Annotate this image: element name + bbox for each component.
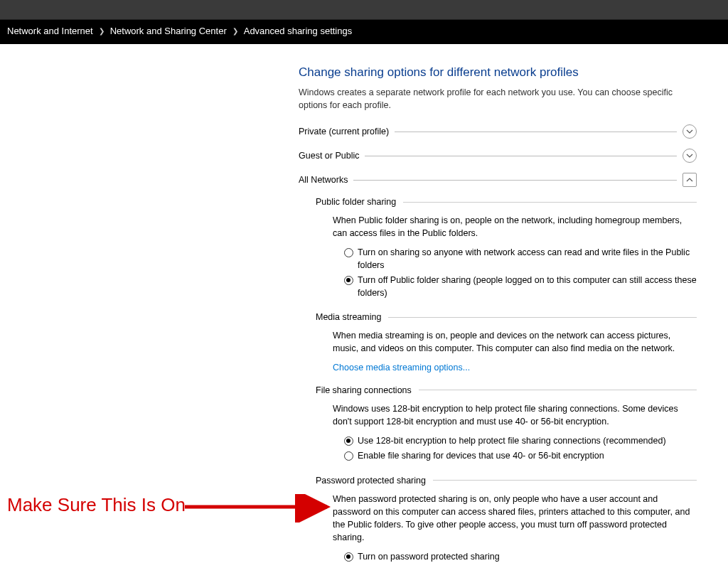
collapse-button[interactable] (682, 173, 697, 187)
option-label: Turn on sharing so anyone with network a… (358, 247, 697, 272)
encryption-128-option[interactable]: Use 128-bit encryption to help protect f… (344, 435, 697, 448)
media-streaming-header: Media streaming (316, 312, 381, 322)
divider (395, 132, 677, 132)
password-sharing-section: Password protected sharing When password… (316, 476, 697, 568)
divider (353, 180, 677, 181)
file-sharing-section: File sharing connections Windows uses 12… (316, 385, 697, 463)
divider (388, 317, 697, 318)
divider (419, 390, 697, 390)
divider (403, 202, 697, 203)
profile-all-label: All Networks (299, 175, 348, 185)
window-titlebar-spacer (0, 0, 728, 20)
page-intro: Windows creates a separate network profi… (299, 87, 697, 112)
page-title: Change sharing options for different net… (299, 65, 697, 80)
divider (365, 156, 677, 156)
public-folder-off-option[interactable]: Turn off Public folder sharing (people l… (344, 274, 697, 299)
option-label: Turn off Public folder sharing (people l… (358, 274, 697, 299)
password-sharing-desc: When password protected sharing is on, o… (333, 493, 697, 545)
settings-panel: Change sharing options for different net… (299, 65, 697, 568)
public-folder-section: Public folder sharing When Public folder… (316, 197, 697, 299)
encryption-40-option[interactable]: Enable file sharing for devices that use… (344, 450, 697, 463)
breadcrumb-item[interactable]: Advanced sharing settings (244, 26, 352, 36)
chevron-up-icon (686, 176, 693, 183)
media-streaming-desc: When media streaming is on, people and d… (333, 329, 697, 355)
expand-button[interactable] (682, 149, 697, 163)
password-on-option[interactable]: Turn on password protected sharing (344, 551, 697, 564)
radio-icon[interactable] (344, 552, 353, 562)
profile-guest-row[interactable]: Guest or Public (299, 149, 697, 163)
breadcrumb: Network and Internet ❯ Network and Shari… (0, 20, 728, 42)
password-sharing-header: Password protected sharing (316, 476, 426, 486)
radio-icon[interactable] (344, 436, 353, 446)
chevron-right-icon: ❯ (99, 27, 105, 35)
profile-guest-label: Guest or Public (299, 151, 359, 161)
content-area: Change sharing options for different net… (0, 44, 728, 568)
media-streaming-link[interactable]: Choose media streaming options... (333, 363, 697, 373)
divider (433, 480, 697, 481)
public-folder-header: Public folder sharing (316, 197, 396, 207)
breadcrumb-item[interactable]: Network and Sharing Center (110, 26, 227, 36)
radio-icon[interactable] (344, 451, 353, 461)
media-streaming-section: Media streaming When media streaming is … (316, 312, 697, 372)
chevron-right-icon: ❯ (232, 27, 238, 35)
option-label: Enable file sharing for devices that use… (358, 450, 604, 463)
public-folder-desc: When Public folder sharing is on, people… (333, 214, 697, 240)
expand-button[interactable] (682, 124, 697, 139)
radio-icon[interactable] (344, 276, 353, 285)
chevron-down-icon (686, 152, 693, 159)
profile-private-row[interactable]: Private (current profile) (299, 124, 697, 139)
chevron-down-icon (686, 128, 693, 135)
profile-private-label: Private (current profile) (299, 127, 389, 136)
option-label: Turn on password protected sharing (358, 551, 500, 564)
file-sharing-desc: Windows uses 128-bit encryption to help … (333, 402, 697, 428)
public-folder-on-option[interactable]: Turn on sharing so anyone with network a… (344, 247, 697, 272)
radio-icon[interactable] (344, 248, 353, 257)
breadcrumb-item[interactable]: Network and Internet (7, 26, 93, 36)
option-label: Use 128-bit encryption to help protect f… (358, 435, 666, 448)
file-sharing-header: File sharing connections (316, 385, 412, 395)
profile-all-row[interactable]: All Networks (299, 173, 697, 187)
